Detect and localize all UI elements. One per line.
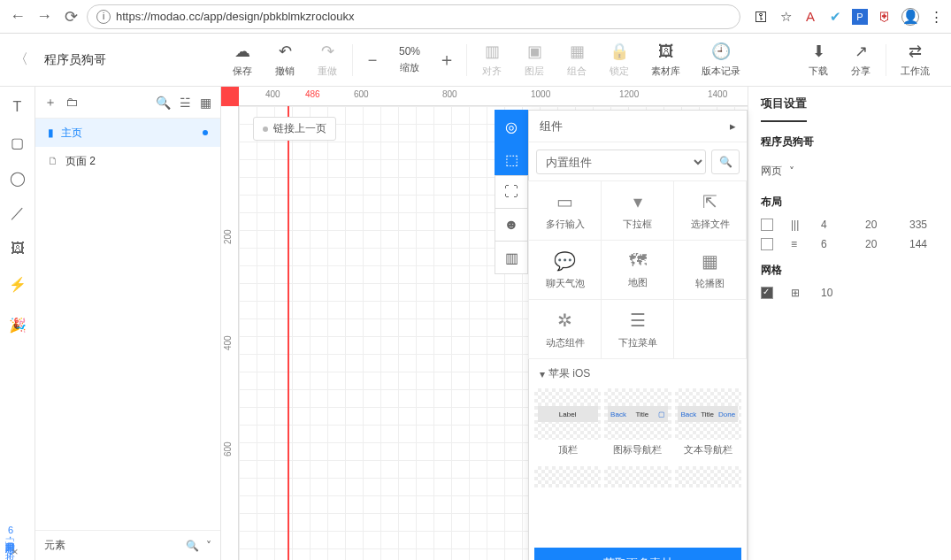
assets-button[interactable]: 🖼素材库 [640, 34, 691, 86]
profile-icon[interactable]: 👤 [901, 8, 919, 26]
layout-checkbox-2[interactable] [761, 238, 773, 250]
url-bar[interactable]: i https://modao.cc/app/design/pbkblmkzro… [87, 4, 740, 29]
menu-icon: ☰ [630, 310, 646, 331]
grid-checkbox[interactable] [761, 287, 773, 299]
ios-section-header[interactable]: ▾苹果 iOS [529, 359, 747, 388]
fab-expand[interactable]: ⛶ [495, 175, 528, 209]
ios-topbar[interactable]: Label顶栏 [534, 388, 601, 464]
fab-layout[interactable]: ▥ [495, 241, 528, 274]
device-type[interactable]: 网页 [761, 164, 782, 179]
link-prev-tag[interactable]: 链接上一页 [253, 117, 336, 141]
ios-iconnav[interactable]: BackTitle▢图标导航栏 [604, 388, 671, 464]
comp-dynamic[interactable]: ✲动态组件 [528, 299, 602, 359]
comp-dropdown[interactable]: ▾下拉框 [601, 180, 674, 241]
ruler-vertical[interactable]: 200 400 600 [221, 106, 239, 560]
lock-icon: 🔒 [610, 42, 629, 61]
collapse-icon[interactable]: ▸ [730, 119, 736, 133]
rect-tool[interactable]: ▢ [10, 134, 26, 150]
share-button[interactable]: ↗分享 [840, 34, 882, 86]
file-icon: ⇱ [702, 191, 717, 212]
rows-icon: ≡ [791, 238, 812, 250]
comp-file[interactable]: ⇱选择文件 [673, 180, 747, 241]
dropdown-icon: ▾ [633, 191, 642, 212]
layout-section-label: 布局 [761, 186, 939, 215]
browser-reload[interactable]: ⟳ [60, 6, 81, 27]
save-button[interactable]: ☁保存 [221, 34, 264, 86]
fab-target[interactable]: ◎ [495, 110, 528, 143]
key-icon[interactable]: ⚿ [753, 9, 769, 25]
browser-fwd[interactable]: → [34, 6, 55, 27]
bolt-tool[interactable]: ⚡ [10, 276, 26, 292]
download-button[interactable]: ⬇下载 [797, 34, 840, 86]
zoom-out[interactable]: － [357, 48, 388, 72]
grid-icon[interactable]: ▦ [200, 96, 211, 110]
comp-chat[interactable]: 💬聊天气泡 [528, 240, 602, 300]
active-dot [203, 130, 208, 135]
get-more-assets-button[interactable]: 获取更多素材 [534, 548, 741, 560]
project-title: 程序员狗哥 [44, 52, 106, 68]
promo-close[interactable]: × [12, 545, 19, 558]
horn-tool[interactable]: 🎉 [10, 317, 26, 333]
star-icon[interactable]: ☆ [778, 9, 794, 25]
component-category-select[interactable]: 内置组件 [536, 150, 706, 174]
comp-multiline[interactable]: ▭多行输入 [528, 180, 602, 241]
line-tool[interactable]: ／ [10, 205, 26, 221]
page-item-2[interactable]: 🗋 页面 2 [35, 147, 220, 175]
lock-button: 🔒锁定 [598, 34, 640, 86]
page-icon: 🗋 [48, 155, 58, 167]
redo-icon: ↷ [321, 42, 334, 61]
search-icon[interactable]: 🔍 [156, 96, 171, 110]
ext-bird-icon[interactable]: ✔ [827, 9, 843, 25]
align-icon: ▥ [485, 42, 500, 61]
ios-more-3[interactable] [675, 466, 741, 542]
image-icon: 🖼 [658, 42, 674, 61]
browser-menu-icon[interactable]: ⋮ [928, 9, 944, 25]
text-tool[interactable]: T [10, 99, 26, 115]
image-tool[interactable]: 🖼 [10, 241, 26, 257]
history-button[interactable]: 🕘版本记录 [691, 34, 751, 86]
zoom-display[interactable]: 50%缩放 [388, 34, 431, 86]
circle-tool[interactable]: ◯ [10, 170, 26, 186]
comp-menu[interactable]: ☰下拉菜单 [601, 299, 674, 359]
pinwheel-icon: ✲ [557, 310, 572, 331]
browser-back[interactable]: ← [7, 6, 28, 27]
folder-icon[interactable]: 🗀 [65, 95, 78, 111]
grid-icon: ⊞ [791, 287, 812, 299]
ios-textnav[interactable]: BackTitleDone文本导航栏 [675, 388, 741, 464]
site-info-icon[interactable]: i [96, 10, 111, 24]
page-icon: ▮ [48, 127, 54, 139]
ext-shield-icon[interactable]: ⛨ [877, 9, 893, 25]
ext-pdf-icon[interactable]: A [802, 9, 818, 25]
search-icon[interactable]: 🔍 [186, 540, 199, 552]
ios-more-2[interactable] [604, 466, 671, 542]
fab-smile[interactable]: ☻ [495, 208, 528, 242]
ios-more-1[interactable] [534, 466, 601, 542]
guide-line[interactable] [288, 106, 289, 560]
ext-p-icon[interactable]: P [852, 9, 868, 25]
app-back-icon[interactable]: 〈 [14, 50, 28, 69]
textarea-icon: ▭ [556, 191, 573, 212]
carousel-icon: ▦ [702, 250, 718, 272]
undo-button[interactable]: ↶撤销 [264, 34, 306, 86]
component-search-btn[interactable]: 🔍 [711, 150, 740, 174]
zoom-in[interactable]: ＋ [431, 48, 463, 72]
comp-carousel[interactable]: ▦轮播图 [673, 240, 747, 300]
workflow-icon: ⇄ [909, 42, 922, 61]
layout-checkbox-1[interactable] [761, 219, 773, 231]
ruler-horizontal[interactable]: 400 486 600 800 1000 1200 1400 [239, 87, 748, 106]
download-icon: ⬇ [812, 42, 825, 61]
redo-button: ↷重做 [306, 34, 349, 86]
comp-map[interactable]: 🗺地图 [601, 240, 674, 300]
chevron-down-icon[interactable]: ˅ [206, 540, 211, 552]
list-icon[interactable]: ☱ [180, 96, 191, 110]
chevron-down-icon[interactable]: ˅ [789, 165, 794, 178]
cloud-icon: ☁ [234, 42, 250, 61]
workflow-button[interactable]: ⇄工作流 [890, 34, 940, 86]
share-icon: ↗ [855, 42, 868, 61]
fab-cube[interactable]: ⬚ [495, 142, 528, 176]
history-icon: 🕘 [711, 42, 731, 61]
page-item-home[interactable]: ▮ 主页 [35, 119, 220, 147]
settings-tab[interactable]: 项目设置 [761, 87, 807, 122]
add-page-icon[interactable]: ＋ [44, 95, 57, 111]
grid-section-label: 网格 [761, 254, 939, 283]
